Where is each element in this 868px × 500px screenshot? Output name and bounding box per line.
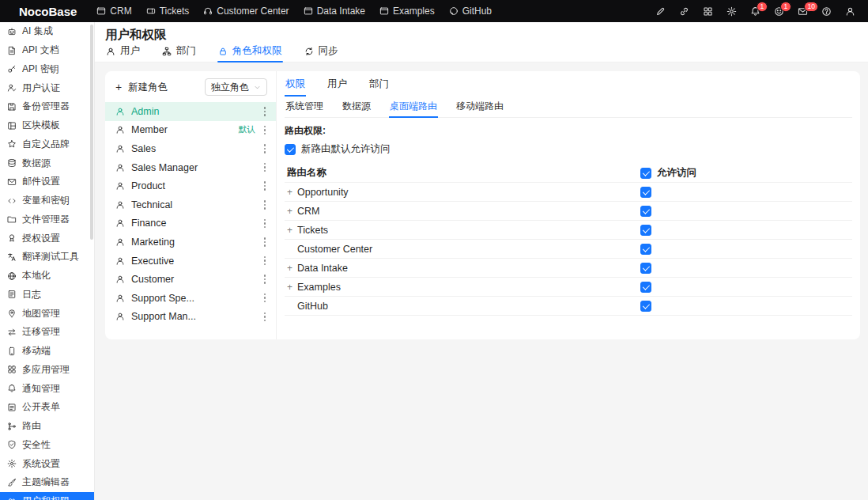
route-row: + Examples [285,278,852,297]
sidebar-item[interactable]: 用户和权限 [0,492,94,500]
permissions-tab[interactable]: 权限 [285,76,306,96]
page-tab[interactable]: 用户 [105,45,141,62]
nav-item[interactable]: GitHub [442,6,499,17]
expand-icon[interactable]: + [287,263,297,273]
sidebar-item[interactable]: 翻译测试工具 [0,248,94,267]
sidebar-item[interactable]: 通知管理 [0,379,94,398]
expand-icon[interactable]: + [287,225,297,235]
sidebar-item[interactable]: 数据源 [0,153,94,172]
permissions-tab[interactable]: 用户 [326,76,348,96]
sidebar-item[interactable]: 本地化 [0,267,94,286]
route-allow-checkbox[interactable] [640,282,651,293]
role-item[interactable]: Support Spe... 默认 [105,289,276,308]
nav-item[interactable]: Customer Center [196,6,296,17]
sidebar-item-label: 用户认证 [22,81,60,95]
more-icon[interactable] [262,199,269,211]
sidebar-item[interactable]: API 密钥 [0,60,94,79]
more-icon[interactable] [262,161,269,174]
permissions-tab[interactable]: 部门 [368,76,390,96]
topbar-action[interactable]: 1 [774,6,784,17]
user-icon [115,275,125,284]
permissions-subtab[interactable]: 移动端路由 [455,99,504,117]
more-icon[interactable] [262,124,269,137]
sidebar-item[interactable]: 变量和密钥 [0,191,94,210]
role-item[interactable]: Customer 默认 [105,270,276,289]
sidebar-item[interactable]: 文件管理器 [0,210,94,229]
sidebar-item[interactable]: 用户认证 [0,78,94,97]
app-logo[interactable]: NocoBase [19,5,77,18]
permissions-subtab[interactable]: 桌面端路由 [389,99,438,117]
role-item[interactable]: Sales Manager 默认 [105,158,276,177]
sidebar-item[interactable]: 迁移管理 [0,323,94,342]
topbar-action[interactable]: 1 [750,6,760,17]
role-item[interactable]: Support Man... 默认 [105,308,276,327]
route-allow-checkbox[interactable] [640,301,651,312]
nav-item[interactable]: Data Intake [296,6,372,17]
sidebar-item[interactable]: API 文档 [0,41,94,60]
sidebar-item[interactable]: 系统设置 [0,454,94,473]
sidebar-item[interactable]: 授权设置 [0,229,94,248]
more-icon[interactable] [262,292,269,305]
sidebar-item[interactable]: AI 集成 [0,22,94,41]
sidebar-item[interactable]: 路由 [0,417,94,436]
checkbox-checked-icon[interactable] [285,144,296,155]
expand-icon[interactable]: + [287,206,297,216]
expand-icon[interactable]: + [287,282,297,292]
page-tab[interactable]: 同步 [304,45,339,62]
sidebar-item[interactable]: 多应用管理 [0,361,94,380]
sidebar-item[interactable]: 主题编辑器 [0,473,94,492]
more-icon[interactable] [262,218,269,230]
more-icon[interactable] [262,142,269,155]
role-item[interactable]: Admin 默认 [105,102,276,121]
role-item[interactable]: Marketing 默认 [105,233,276,252]
more-icon[interactable] [262,273,269,286]
more-icon[interactable] [262,105,269,118]
more-icon[interactable] [262,236,269,248]
sidebar-item-label: 主题编辑器 [22,475,70,489]
sidebar-item[interactable]: 区块模板 [0,116,94,135]
page-tab[interactable]: 部门 [161,45,197,62]
topbar-action[interactable] [821,6,832,17]
sidebar-item[interactable]: 移动端 [0,342,94,361]
sidebar-item[interactable]: 自定义品牌 [0,135,94,154]
role-item[interactable]: Executive 默认 [105,252,276,271]
role-item[interactable]: Product 默认 [105,176,276,195]
more-icon[interactable] [262,311,269,324]
sidebar-item[interactable]: 安全性 [0,436,94,455]
topbar-action[interactable] [679,6,689,17]
route-allow-checkbox[interactable] [640,244,651,255]
role-item[interactable]: Member 默认 [105,121,276,140]
sidebar-item[interactable]: 邮件设置 [0,172,94,191]
new-role-button[interactable]: + 新建角色 [115,81,168,94]
permissions-subtab[interactable]: 数据源 [342,99,372,117]
topbar-action[interactable]: 10 [798,6,808,17]
topbar-action[interactable] [726,6,737,17]
nav-item[interactable]: Examples [372,6,442,17]
role-type-select[interactable]: 独立角色 [205,78,267,96]
page-tab[interactable]: 角色和权限 [217,45,283,62]
role-item[interactable]: Finance 默认 [105,214,276,233]
expand-icon[interactable]: + [287,188,297,197]
more-icon[interactable] [262,255,269,267]
role-item[interactable]: Sales 默认 [105,139,276,158]
sidebar-item[interactable]: 备份管理器 [0,97,94,116]
nav-item[interactable]: Tickets [139,6,197,17]
route-allow-checkbox[interactable] [640,187,651,198]
route-allow-checkbox[interactable] [640,225,651,236]
sidebar-item[interactable]: 公开表单 [0,398,94,417]
default-allow-row[interactable]: 新路由默认允许访问 [285,142,852,156]
gear-icon [7,459,17,468]
role-item[interactable]: Technical 默认 [105,195,276,214]
allow-all-checkbox[interactable] [640,168,651,179]
topbar-action[interactable] [845,6,855,17]
sidebar-scrollbar[interactable] [90,25,93,240]
topbar-action[interactable] [655,6,666,17]
sidebar-item[interactable]: 日志 [0,286,94,305]
sidebar-item[interactable]: 地图管理 [0,304,94,323]
permissions-subtab[interactable]: 系统管理 [285,99,324,117]
topbar-action[interactable] [703,6,713,17]
route-allow-checkbox[interactable] [640,263,651,274]
more-icon[interactable] [262,180,269,192]
route-allow-checkbox[interactable] [640,206,651,217]
nav-item[interactable]: CRM [89,6,138,17]
